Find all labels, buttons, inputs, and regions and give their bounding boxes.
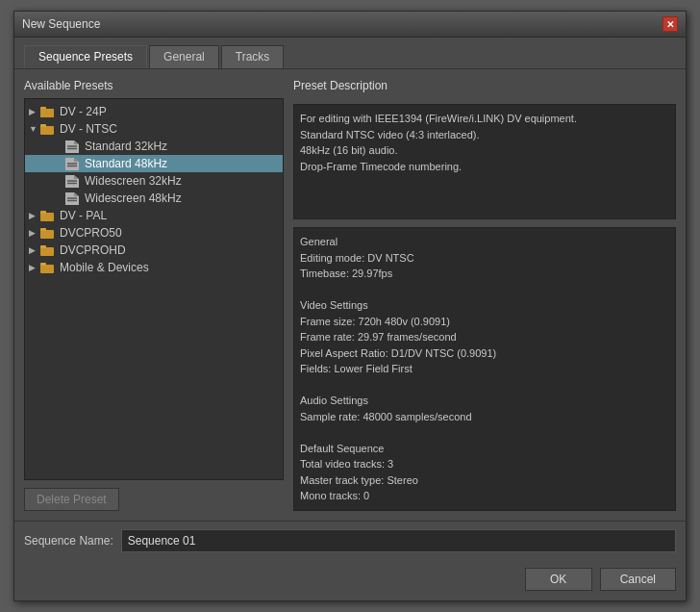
svg-marker-18 bbox=[74, 192, 79, 196]
tree-label: Standard 32kHz bbox=[85, 140, 167, 153]
arrow-icon: ▶ bbox=[29, 263, 38, 272]
arrow-icon: ▶ bbox=[29, 228, 38, 238]
svg-rect-28 bbox=[40, 263, 46, 266]
preset-description-text: For editing with IEEE1394 (FireWire/i.LI… bbox=[293, 104, 676, 219]
tree-label: Widescreen 48kHz bbox=[85, 191, 182, 205]
file-icon bbox=[65, 192, 79, 205]
file-icon bbox=[65, 140, 79, 153]
svg-rect-3 bbox=[40, 126, 54, 135]
title-bar: New Sequence ✕ bbox=[14, 12, 686, 38]
delete-preset-button[interactable]: Delete Preset bbox=[24, 488, 119, 511]
tree-item-dvcprohd[interactable]: ▶ DVCPROHD bbox=[25, 242, 283, 259]
left-panel: Available Presets ▶ DV - 24P bbox=[24, 79, 284, 511]
tab-sequence-presets[interactable]: Sequence Presets bbox=[24, 45, 147, 68]
tree-item-std48[interactable]: ▶ Standard 48kHz bbox=[25, 155, 283, 172]
svg-rect-26 bbox=[40, 245, 46, 248]
folder-icon bbox=[40, 106, 56, 117]
new-sequence-dialog: New Sequence ✕ Sequence Presets General … bbox=[13, 11, 687, 601]
close-button[interactable]: ✕ bbox=[662, 16, 678, 32]
tree-label: DVCPROHD bbox=[60, 243, 126, 257]
arrow-icon: ▶ bbox=[29, 245, 38, 255]
arrow-icon: ▼ bbox=[29, 124, 38, 134]
tree-label: DVCPRO50 bbox=[60, 226, 122, 240]
svg-rect-22 bbox=[40, 211, 46, 214]
folder-icon bbox=[40, 123, 56, 135]
tab-tracks[interactable]: Tracks bbox=[221, 45, 285, 68]
folder-icon bbox=[40, 244, 56, 256]
folder-icon bbox=[40, 262, 56, 273]
arrow-icon: ▶ bbox=[29, 107, 38, 116]
svg-rect-24 bbox=[40, 228, 46, 231]
tree-item-wide48[interactable]: ▶ Widescreen 48kHz bbox=[25, 190, 283, 207]
button-row: OK Cancel bbox=[14, 560, 686, 600]
svg-rect-2 bbox=[40, 109, 54, 117]
content-area: Available Presets ▶ DV - 24P bbox=[14, 69, 686, 521]
tree-label: DV - PAL bbox=[60, 209, 107, 222]
arrow-icon: ▶ bbox=[29, 211, 38, 220]
tab-general[interactable]: General bbox=[149, 45, 219, 68]
svg-rect-27 bbox=[40, 265, 54, 273]
available-presets-title: Available Presets bbox=[24, 79, 284, 92]
general-info-text: General Editing mode: DV NTSC Timebase: … bbox=[293, 227, 676, 511]
tree-item-wide32[interactable]: ▶ Widescreen 32kHz bbox=[25, 172, 283, 190]
file-icon bbox=[65, 175, 79, 188]
svg-marker-10 bbox=[74, 158, 79, 162]
sequence-name-footer: Sequence Name: bbox=[14, 521, 686, 560]
svg-rect-23 bbox=[40, 230, 54, 239]
tree-label: Standard 48kHz bbox=[85, 157, 167, 170]
cancel-button[interactable]: Cancel bbox=[600, 568, 676, 591]
folder-icon bbox=[40, 227, 56, 239]
svg-marker-6 bbox=[74, 140, 79, 144]
ok-button[interactable]: OK bbox=[525, 568, 592, 591]
tree-item-dvcpro50[interactable]: ▶ DVCPRO50 bbox=[25, 224, 283, 242]
sequence-name-label: Sequence Name: bbox=[24, 534, 113, 548]
svg-marker-14 bbox=[74, 175, 79, 179]
tree-label: DV - 24P bbox=[60, 105, 107, 118]
file-icon bbox=[65, 158, 79, 170]
tree-label: DV - NTSC bbox=[60, 122, 117, 136]
svg-rect-21 bbox=[40, 213, 54, 221]
tabs-bar: Sequence Presets General Tracks bbox=[14, 38, 686, 69]
tree-item-dv24p[interactable]: ▶ DV - 24P bbox=[25, 103, 283, 120]
svg-rect-4 bbox=[40, 124, 46, 127]
tree-item-std32[interactable]: ▶ Standard 32kHz bbox=[25, 138, 283, 155]
tree-item-mobile[interactable]: ▶ Mobile & Devices bbox=[25, 259, 283, 276]
folder-icon bbox=[40, 210, 56, 221]
tree-label: Mobile & Devices bbox=[60, 261, 149, 274]
preset-description-title: Preset Description bbox=[293, 79, 676, 92]
dialog-title: New Sequence bbox=[22, 17, 100, 31]
svg-rect-25 bbox=[40, 247, 54, 256]
right-panel: Preset Description For editing with IEEE… bbox=[293, 79, 676, 511]
presets-tree[interactable]: ▶ DV - 24P ▼ bbox=[24, 98, 284, 480]
tree-item-dvntsc[interactable]: ▼ DV - NTSC bbox=[25, 120, 283, 138]
tree-item-dvpal[interactable]: ▶ DV - PAL bbox=[25, 207, 283, 224]
tree-label: Widescreen 32kHz bbox=[85, 174, 182, 188]
sequence-name-input[interactable] bbox=[121, 529, 676, 552]
